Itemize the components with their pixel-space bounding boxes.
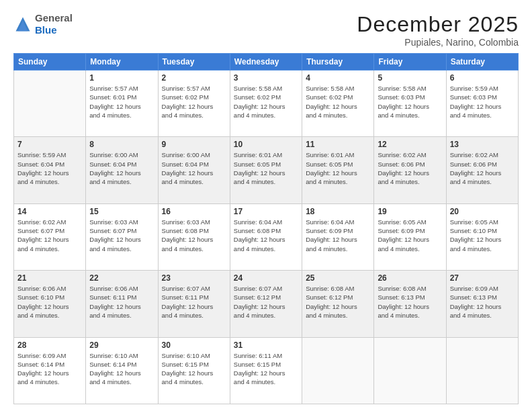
calendar-day-cell: 27Sunrise: 6:09 AM Sunset: 6:13 PM Dayli… xyxy=(446,271,518,337)
day-info: Sunrise: 6:02 AM Sunset: 6:06 PM Dayligh… xyxy=(378,150,442,186)
day-info: Sunrise: 6:02 AM Sunset: 6:07 PM Dayligh… xyxy=(17,218,82,253)
header-cell-tuesday: Tuesday xyxy=(158,54,230,71)
calendar-day-cell: 6Sunrise: 5:59 AM Sunset: 6:03 PM Daylig… xyxy=(446,71,518,137)
day-number: 30 xyxy=(162,340,226,350)
day-info: Sunrise: 6:00 AM Sunset: 6:04 PM Dayligh… xyxy=(162,150,226,186)
calendar-day-cell: 24Sunrise: 6:07 AM Sunset: 6:12 PM Dayli… xyxy=(230,271,302,337)
day-number: 16 xyxy=(162,207,226,216)
calendar-week-row: 21Sunrise: 6:06 AM Sunset: 6:10 PM Dayli… xyxy=(14,271,519,337)
logo-icon xyxy=(13,15,32,34)
calendar-day-cell: 2Sunrise: 5:57 AM Sunset: 6:02 PM Daylig… xyxy=(158,71,230,137)
calendar-day-cell: 12Sunrise: 6:02 AM Sunset: 6:06 PM Dayli… xyxy=(374,137,446,203)
calendar-day-cell: 25Sunrise: 6:08 AM Sunset: 6:12 PM Dayli… xyxy=(302,271,374,337)
day-number: 14 xyxy=(17,207,82,216)
header-cell-sunday: Sunday xyxy=(14,54,86,71)
day-number: 1 xyxy=(89,73,154,83)
logo: General Blue xyxy=(13,12,73,36)
day-number: 17 xyxy=(234,207,298,216)
title-block: December 2025 Pupiales, Narino, Colombia xyxy=(357,12,519,48)
calendar-day-cell: 28Sunrise: 6:09 AM Sunset: 6:14 PM Dayli… xyxy=(14,337,86,404)
day-info: Sunrise: 6:06 AM Sunset: 6:11 PM Dayligh… xyxy=(89,284,154,320)
day-number: 23 xyxy=(162,273,226,283)
day-info: Sunrise: 6:03 AM Sunset: 6:08 PM Dayligh… xyxy=(162,218,226,253)
day-number: 13 xyxy=(450,140,515,149)
day-number: 29 xyxy=(89,340,154,350)
calendar-day-cell: 1Sunrise: 5:57 AM Sunset: 6:01 PM Daylig… xyxy=(86,71,158,137)
calendar-day-cell: 19Sunrise: 6:05 AM Sunset: 6:09 PM Dayli… xyxy=(374,203,446,270)
calendar-day-cell: 8Sunrise: 6:00 AM Sunset: 6:04 PM Daylig… xyxy=(86,137,158,203)
logo-general-text: General xyxy=(35,12,73,24)
day-info: Sunrise: 6:09 AM Sunset: 6:13 PM Dayligh… xyxy=(450,284,515,320)
calendar-day-cell: 26Sunrise: 6:08 AM Sunset: 6:13 PM Dayli… xyxy=(374,271,446,337)
calendar-day-cell: 22Sunrise: 6:06 AM Sunset: 6:11 PM Dayli… xyxy=(86,271,158,337)
day-info: Sunrise: 6:00 AM Sunset: 6:04 PM Dayligh… xyxy=(89,150,154,186)
calendar-header-row: SundayMondayTuesdayWednesdayThursdayFrid… xyxy=(14,54,519,71)
day-number: 25 xyxy=(306,273,370,283)
location-subtitle: Pupiales, Narino, Colombia xyxy=(357,37,519,48)
calendar-day-cell xyxy=(14,71,86,137)
day-info: Sunrise: 6:11 AM Sunset: 6:15 PM Dayligh… xyxy=(234,351,298,387)
calendar-day-cell: 4Sunrise: 5:58 AM Sunset: 6:02 PM Daylig… xyxy=(302,71,374,137)
month-title: December 2025 xyxy=(357,12,519,37)
day-number: 10 xyxy=(234,140,298,149)
header-cell-monday: Monday xyxy=(86,54,158,71)
calendar-day-cell: 5Sunrise: 5:58 AM Sunset: 6:03 PM Daylig… xyxy=(374,71,446,137)
day-info: Sunrise: 6:07 AM Sunset: 6:12 PM Dayligh… xyxy=(234,284,298,320)
day-info: Sunrise: 6:06 AM Sunset: 6:10 PM Dayligh… xyxy=(17,284,82,320)
calendar-day-cell xyxy=(446,337,518,404)
calendar-day-cell: 30Sunrise: 6:10 AM Sunset: 6:15 PM Dayli… xyxy=(158,337,230,404)
day-number: 6 xyxy=(450,73,515,83)
day-info: Sunrise: 5:57 AM Sunset: 6:01 PM Dayligh… xyxy=(89,84,154,120)
calendar-day-cell xyxy=(302,337,374,404)
day-info: Sunrise: 6:04 AM Sunset: 6:09 PM Dayligh… xyxy=(306,218,370,253)
day-number: 2 xyxy=(162,73,226,83)
day-info: Sunrise: 6:05 AM Sunset: 6:09 PM Dayligh… xyxy=(378,218,442,253)
header-cell-friday: Friday xyxy=(374,54,446,71)
calendar-week-row: 28Sunrise: 6:09 AM Sunset: 6:14 PM Dayli… xyxy=(14,337,519,404)
calendar-day-cell: 18Sunrise: 6:04 AM Sunset: 6:09 PM Dayli… xyxy=(302,203,374,270)
day-number: 3 xyxy=(234,73,298,83)
day-info: Sunrise: 6:07 AM Sunset: 6:11 PM Dayligh… xyxy=(162,284,226,320)
calendar-week-row: 14Sunrise: 6:02 AM Sunset: 6:07 PM Dayli… xyxy=(14,203,519,270)
calendar-day-cell: 14Sunrise: 6:02 AM Sunset: 6:07 PM Dayli… xyxy=(14,203,86,270)
day-number: 24 xyxy=(234,273,298,283)
calendar-table: SundayMondayTuesdayWednesdayThursdayFrid… xyxy=(13,53,519,404)
day-number: 31 xyxy=(234,340,298,350)
day-number: 12 xyxy=(378,140,442,149)
day-number: 26 xyxy=(378,273,442,283)
day-info: Sunrise: 6:10 AM Sunset: 6:15 PM Dayligh… xyxy=(162,351,226,387)
day-number: 5 xyxy=(378,73,442,83)
calendar-day-cell: 7Sunrise: 5:59 AM Sunset: 6:04 PM Daylig… xyxy=(14,137,86,203)
day-info: Sunrise: 6:08 AM Sunset: 6:12 PM Dayligh… xyxy=(306,284,370,320)
day-info: Sunrise: 5:58 AM Sunset: 6:02 PM Dayligh… xyxy=(234,84,298,120)
day-info: Sunrise: 5:58 AM Sunset: 6:02 PM Dayligh… xyxy=(306,84,370,120)
day-info: Sunrise: 6:05 AM Sunset: 6:10 PM Dayligh… xyxy=(450,218,515,253)
day-number: 22 xyxy=(89,273,154,283)
day-number: 7 xyxy=(17,140,82,149)
day-info: Sunrise: 5:58 AM Sunset: 6:03 PM Dayligh… xyxy=(378,84,442,120)
calendar-day-cell: 29Sunrise: 6:10 AM Sunset: 6:14 PM Dayli… xyxy=(86,337,158,404)
day-number: 20 xyxy=(450,207,515,216)
day-number: 18 xyxy=(306,207,370,216)
day-number: 28 xyxy=(17,340,82,350)
page: General Blue December 2025 Pupiales, Nar… xyxy=(0,0,532,411)
calendar-day-cell: 11Sunrise: 6:01 AM Sunset: 6:05 PM Dayli… xyxy=(302,137,374,203)
day-info: Sunrise: 6:02 AM Sunset: 6:06 PM Dayligh… xyxy=(450,150,515,186)
calendar-week-row: 7Sunrise: 5:59 AM Sunset: 6:04 PM Daylig… xyxy=(14,137,519,203)
day-number: 9 xyxy=(162,140,226,149)
calendar-day-cell: 21Sunrise: 6:06 AM Sunset: 6:10 PM Dayli… xyxy=(14,271,86,337)
day-info: Sunrise: 6:09 AM Sunset: 6:14 PM Dayligh… xyxy=(17,351,82,387)
day-number: 4 xyxy=(306,73,370,83)
header-cell-wednesday: Wednesday xyxy=(230,54,302,71)
day-info: Sunrise: 6:04 AM Sunset: 6:08 PM Dayligh… xyxy=(234,218,298,253)
day-number: 19 xyxy=(378,207,442,216)
day-info: Sunrise: 6:01 AM Sunset: 6:05 PM Dayligh… xyxy=(234,150,298,186)
day-info: Sunrise: 5:59 AM Sunset: 6:03 PM Dayligh… xyxy=(450,84,515,120)
day-number: 15 xyxy=(89,207,154,216)
calendar-day-cell xyxy=(374,337,446,404)
calendar-day-cell: 16Sunrise: 6:03 AM Sunset: 6:08 PM Dayli… xyxy=(158,203,230,270)
calendar-day-cell: 9Sunrise: 6:00 AM Sunset: 6:04 PM Daylig… xyxy=(158,137,230,203)
day-info: Sunrise: 5:59 AM Sunset: 6:04 PM Dayligh… xyxy=(17,150,82,186)
day-number: 8 xyxy=(89,140,154,149)
logo-blue-text: Blue xyxy=(35,24,57,36)
